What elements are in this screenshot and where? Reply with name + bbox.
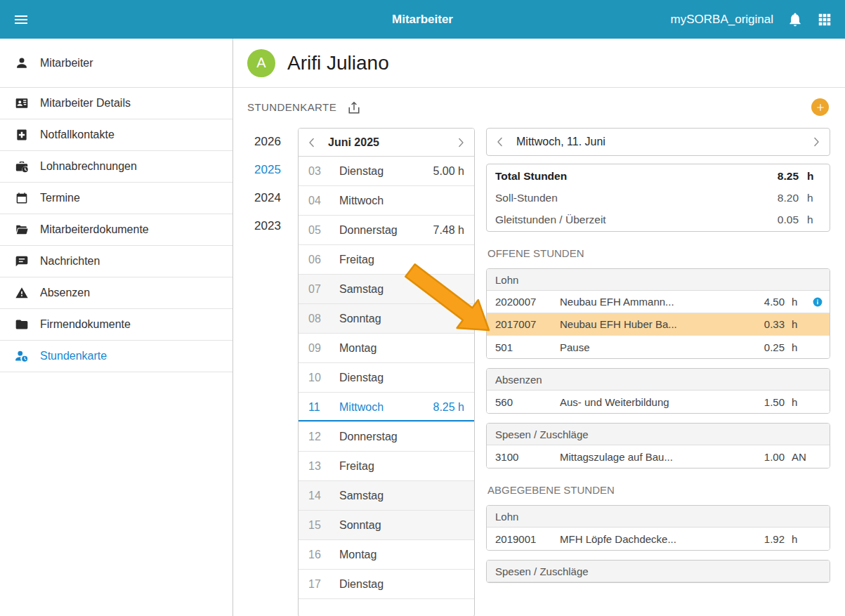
hours-row[interactable]: 2020007 Neubau EFH Ammann... 4.50 h [487,291,830,313]
day-row[interactable]: 13 Freitag [299,452,474,481]
day-row[interactable]: 05 Donnerstag 7.48 h [299,216,474,245]
hours-row[interactable]: 3100 Mittagszulage auf Bau... 1.00 AN [487,445,830,468]
sidebar-item[interactable]: Lohnabrechnungen [0,151,232,183]
summary-value: 0.05 [762,214,799,226]
summary-row: Soll-Stunden 8.20 h [487,187,830,209]
year-item[interactable]: 2023 [247,212,288,240]
day-row[interactable]: 10 Dienstag [299,363,474,393]
row-description: Aus- und Weiterbildung [560,396,748,408]
section-label-abgegebene: ABGEGEBENE STUNDEN [487,484,829,496]
documents-icon [15,223,29,237]
day-row[interactable]: 15 Sonntag [299,511,474,540]
hours-row[interactable]: 501 Pause 0.25 h [487,336,830,358]
page-title: Mitarbeiter [392,13,453,27]
contact-card-icon [15,96,29,110]
summary-value: 8.20 [762,192,799,204]
notifications-button[interactable] [787,12,803,27]
day-row[interactable]: 11 Mittwoch 8.25 h [299,393,474,422]
sidebar-item-label: Firmendokumente [40,318,131,331]
sidebar-item[interactable]: Firmendokumente [0,309,232,341]
group-header: Absenzen [487,369,830,391]
timecard-content: 2026202520242023 Juni 2025 [233,126,845,616]
info-icon[interactable] [812,296,823,308]
sidebar-item-label: Absenzen [40,287,90,299]
group-rows: 2020007 Neubau EFH Ammann... 4.50 h 2017… [487,291,830,358]
sidebar-item[interactable]: Termine [0,183,232,214]
sidebar-item-label: Stundenkarte [40,350,107,362]
layout: Mitarbeiter Mitarbeiter Details Notfallk… [0,39,845,616]
day-row[interactable]: 03 Dienstag 5.00 h [299,157,474,186]
apps-button[interactable] [817,12,832,27]
row-description: Pause [560,341,748,353]
sidebar-item-label: Mitarbeiterdokumente [40,223,149,236]
year-item[interactable]: 2024 [247,184,288,212]
sidebar-item-label: Mitarbeiter Details [40,97,131,110]
chevron-left-icon [306,136,318,149]
day-number: 03 [308,165,339,178]
hours-row[interactable]: 2019001 MFH Löpfe Dachdecke... 1.92 h [487,527,830,550]
month-day-list: 03 Dienstag 5.00 h 04 Mittwoch 05 Donner… [299,157,474,616]
prev-month-button[interactable] [306,136,318,149]
row-unit: AN [785,451,806,463]
day-title: Mittwoch, 11. Juni [516,136,810,148]
add-entry-button[interactable] [811,98,829,116]
summary-label: Soll-Stunden [495,192,762,204]
year-item[interactable]: 2026 [247,128,288,156]
day-row[interactable]: 08 Sonntag [299,304,474,334]
day-number: 15 [308,519,339,532]
sidebar-item[interactable]: Nachrichten [0,246,232,277]
day-name: Montag [339,549,419,561]
year-item[interactable]: 2025 [247,156,288,184]
topbar-right: mySORBA_original [671,12,832,27]
payroll-icon [15,159,29,173]
sidebar-item[interactable]: Mitarbeiterdokumente [0,214,232,246]
day-row[interactable]: 09 Montag [299,334,474,363]
day-row[interactable]: 07 Samstag [299,275,474,304]
hours-row[interactable]: 2017007 Neubau EFH Huber Ba... 0.33 h [487,313,830,336]
summary-label: Gleitstunden / Überzeit [495,214,762,226]
day-row[interactable]: 12 Donnerstag [299,422,474,452]
day-row[interactable]: 14 Samstag [299,481,474,511]
upload-button[interactable] [346,100,362,115]
row-unit: h [785,533,806,545]
day-row[interactable]: 17 Dienstag [299,570,474,599]
day-number: 13 [308,460,339,473]
plus-icon [815,102,826,113]
row-code: 560 [495,396,560,408]
day-row[interactable]: 04 Mittwoch [299,186,474,216]
day-name: Montag [339,342,419,355]
group-header: Lohn [487,506,830,527]
sidebar-item[interactable]: Absenzen [0,277,232,309]
day-number: 05 [308,224,339,237]
menu-button[interactable] [13,11,30,28]
month-panel: Juni 2025 03 Dienstag 5.00 h 04 [298,128,475,616]
sidebar-item[interactable]: Notfallkontakte [0,119,232,151]
row-unit: h [785,318,806,330]
employee-header: A Arifi Juliano [233,39,845,88]
hours-row[interactable]: 560 Aus- und Weiterbildung 1.50 h [487,391,830,413]
group-header: Lohn [487,269,830,291]
day-detail-body: Total Stunden 8.25 h Soll-Stunden 8.20 h… [486,164,830,616]
group-rows: 3100 Mittagszulage auf Bau... 1.00 AN [487,445,830,468]
prev-day-button[interactable] [494,136,506,148]
day-name: Samstag [339,283,419,296]
row-code: 2019001 [495,533,560,545]
summary-unit: h [799,170,821,183]
sidebar-item-mitarbeiter[interactable]: Mitarbeiter [0,39,232,88]
row-code: 3100 [495,451,560,463]
day-number: 11 [308,401,339,414]
row-value: 1.92 [748,533,785,545]
sidebar-item-label: Notfallkontakte [40,129,114,141]
next-month-button[interactable] [454,136,467,149]
next-day-button[interactable] [810,136,823,148]
day-panel-header: Mittwoch, 11. Juni [486,128,830,156]
day-row[interactable]: 06 Freitag [299,245,474,275]
day-name: Dienstag [339,372,419,384]
row-code: 2017007 [495,318,560,330]
day-number: 08 [308,313,339,325]
sidebar-item[interactable]: Stundenkarte [0,341,232,372]
day-row[interactable]: 16 Montag [299,540,474,570]
day-number: 09 [308,342,339,355]
group-header: Spesen / Zuschläge [487,424,830,445]
sidebar-item[interactable]: Mitarbeiter Details [0,88,232,119]
